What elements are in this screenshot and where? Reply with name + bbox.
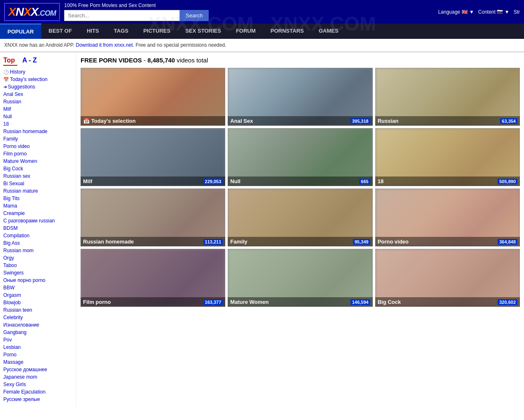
- sidebar-link-label-10: Porno video: [3, 143, 30, 149]
- sidebar-link-44[interactable]: Русские зрелые: [2, 396, 74, 403]
- video-count-6: 113,211: [203, 239, 223, 245]
- video-card-8[interactable]: Porno video364,848: [375, 189, 520, 246]
- video-card-7[interactable]: Family95,349: [228, 189, 372, 246]
- sidebar-link-41[interactable]: Japanese mom: [2, 373, 74, 381]
- sidebar-link-label-22: Compilation: [3, 233, 29, 239]
- sidebar-link-35[interactable]: Gangbang: [2, 329, 74, 336]
- sidebar-link-label-20: С разговорами russian: [3, 218, 55, 224]
- sidebar-link-36[interactable]: Pov: [2, 336, 74, 344]
- sidebar-link-39[interactable]: Massage: [2, 358, 74, 366]
- video-card-4[interactable]: Null665: [228, 128, 372, 186]
- sidebar-link-6[interactable]: Null: [2, 113, 74, 120]
- sidebar-link-24[interactable]: Russian mom: [2, 247, 74, 254]
- sidebar-link-11[interactable]: Film porno: [2, 150, 74, 158]
- nav-item-forum[interactable]: FORUM: [229, 24, 263, 39]
- sidebar-link-18[interactable]: Mama: [2, 202, 74, 210]
- video-card-6[interactable]: Russian homemade113,211: [81, 189, 225, 246]
- sidebar-link-icon-2: ➜: [3, 84, 7, 89]
- sidebar-link-29[interactable]: BBW: [2, 284, 74, 291]
- video-count-2: 63,354: [500, 118, 517, 124]
- nav-item-pornstars[interactable]: PORNSTARS: [263, 24, 312, 39]
- sidebar-link-19[interactable]: Creampie: [2, 210, 74, 217]
- sidebar-link-37[interactable]: Lesbian: [2, 344, 74, 351]
- sidebar-link-26[interactable]: Taboo: [2, 262, 74, 269]
- sidebar-link-9[interactable]: Family: [2, 135, 74, 143]
- sidebar-link-12[interactable]: Mature Women: [2, 158, 74, 165]
- sidebar-link-16[interactable]: Russian mature: [2, 187, 74, 195]
- nav-item-hits[interactable]: HITS: [79, 24, 107, 39]
- sidebar-link-2[interactable]: ➜Suggestions: [2, 83, 74, 91]
- content-selector[interactable]: Content 🇷🇺 ▼: [478, 9, 510, 15]
- nav-item-pictures[interactable]: PICTURES: [136, 24, 178, 39]
- sidebar-link-label-14: Russian sex: [3, 173, 30, 179]
- sidebar-link-23[interactable]: Big Ass: [2, 239, 74, 247]
- sidebar-link-7[interactable]: 18: [2, 120, 74, 128]
- video-card-10[interactable]: Mature Women146,594: [228, 249, 372, 307]
- sidebar-link-42[interactable]: Sexy Girls: [2, 381, 74, 388]
- sidebar-link-32[interactable]: Russian teen: [2, 306, 74, 314]
- sidebar-link-20[interactable]: С разговорами russian: [2, 217, 74, 224]
- video-count-11: 320,602: [498, 299, 517, 305]
- video-label-11: Big Cock320,602: [375, 297, 520, 307]
- sidebar-link-1[interactable]: 📅Today's selection: [2, 76, 74, 83]
- sidebar-link-30[interactable]: Orgasm: [2, 291, 74, 299]
- logo[interactable]: XNXX.COM: [4, 3, 60, 21]
- sidebar-link-33[interactable]: Celebrity: [2, 314, 74, 321]
- sidebar-link-4[interactable]: Russian: [2, 98, 74, 105]
- sidebar-tab-az[interactable]: A - Z: [22, 56, 39, 66]
- sidebar-link-43[interactable]: Female Ejaculation: [2, 388, 74, 396]
- android-download-link[interactable]: Download it from xnxx.net: [76, 42, 133, 48]
- video-label-0: 📅 Today's selection: [81, 116, 225, 126]
- video-count-3: 229,053: [203, 179, 223, 184]
- sidebar-link-label-44: Русские зрелые: [3, 396, 40, 402]
- nav-item-games[interactable]: GAMES: [311, 24, 346, 39]
- video-label-3: Milf229,053: [81, 177, 225, 186]
- sidebar-link-28[interactable]: Оные порно porno: [2, 277, 74, 284]
- sidebar-link-15[interactable]: Bi Sexual: [2, 180, 74, 187]
- sidebar-link-label-8: Russian homemade: [3, 129, 48, 134]
- sidebar-link-3[interactable]: Anal Sex: [2, 91, 74, 98]
- sidebar-tab-top[interactable]: Top: [3, 56, 17, 66]
- sidebar-link-label-2: Suggestions: [8, 84, 35, 90]
- nav-item-tags[interactable]: TAGS: [107, 24, 136, 39]
- video-card-3[interactable]: Milf229,053: [81, 128, 225, 186]
- sidebar-link-31[interactable]: Blowjob: [2, 299, 74, 306]
- sidebar-link-27[interactable]: Swingers: [2, 269, 74, 277]
- language-selector[interactable]: Language 🇬🇧 ▼: [438, 9, 474, 15]
- header-right: Language 🇬🇧 ▼ Content 🇷🇺 ▼ Str: [438, 9, 520, 15]
- video-name-1: Anal Sex: [230, 118, 253, 124]
- video-label-10: Mature Women146,594: [228, 297, 372, 307]
- sidebar-link-8[interactable]: Russian homemade: [2, 128, 74, 135]
- sidebar-link-13[interactable]: Big Cock: [2, 165, 74, 172]
- sidebar-link-0[interactable]: 🕑History: [2, 68, 74, 76]
- search-button[interactable]: Search: [180, 10, 208, 21]
- sidebar-link-14[interactable]: Russian sex: [2, 172, 74, 180]
- sidebar-link-17[interactable]: Big Tits: [2, 195, 74, 202]
- video-card-5[interactable]: 18505,890: [375, 128, 520, 186]
- video-card-0[interactable]: 📅 Today's selection: [81, 68, 225, 126]
- video-card-11[interactable]: Big Cock320,602: [375, 249, 520, 307]
- video-label-8: Porno video364,848: [375, 237, 520, 246]
- sidebar-link-34[interactable]: Изнасилование: [2, 321, 74, 329]
- nav-item-sex-stories[interactable]: SEX STORIES: [178, 24, 228, 39]
- video-card-9[interactable]: Film porno163,377: [81, 249, 225, 307]
- sidebar-link-label-42: Sexy Girls: [3, 382, 26, 387]
- sidebar-link-25[interactable]: Orgy: [2, 254, 74, 262]
- sidebar-link-38[interactable]: Porno: [2, 351, 74, 358]
- sidebar-link-label-9: Family: [3, 136, 18, 142]
- sidebar-link-21[interactable]: BDSM: [2, 224, 74, 232]
- video-count-8: 364,848: [498, 239, 517, 245]
- video-card-1[interactable]: Anal Sex395,318: [228, 68, 372, 126]
- sidebar-link-label-26: Taboo: [3, 262, 17, 268]
- sidebar-link-label-43: Female Ejaculation: [3, 389, 45, 395]
- logo-text[interactable]: XNXX.COM: [4, 3, 60, 21]
- search-input[interactable]: [64, 10, 180, 21]
- sidebar-link-10[interactable]: Porno video: [2, 143, 74, 150]
- nav-item-popular[interactable]: POPULAR: [0, 24, 41, 39]
- nav-item-best-of[interactable]: BEST OF: [41, 24, 79, 39]
- sidebar-link-22[interactable]: Compilation: [2, 232, 74, 239]
- sidebar-link-40[interactable]: Русское домашнее: [2, 366, 74, 373]
- video-label-2: Russian63,354: [375, 116, 520, 126]
- video-card-2[interactable]: Russian63,354: [375, 68, 520, 126]
- sidebar-link-5[interactable]: Milf: [2, 105, 74, 113]
